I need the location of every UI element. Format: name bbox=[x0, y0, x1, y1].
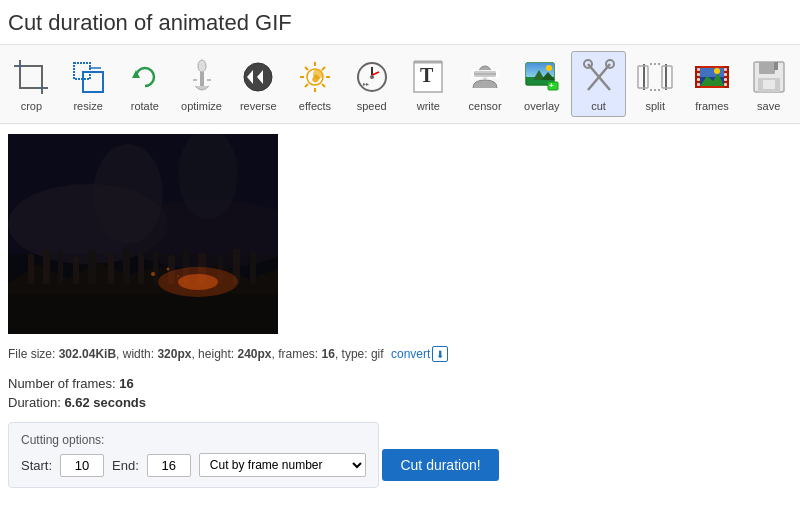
svg-rect-68 bbox=[724, 83, 727, 86]
svg-rect-67 bbox=[724, 78, 727, 81]
svg-point-103 bbox=[151, 272, 155, 276]
write-label: write bbox=[417, 100, 440, 112]
rotate-icon bbox=[124, 56, 166, 98]
frames-label: Number of frames: bbox=[8, 376, 119, 391]
speed-label: speed bbox=[357, 100, 387, 112]
toolbar-item-overlay[interactable]: + overlay bbox=[514, 51, 569, 117]
frames-value: 16 bbox=[119, 376, 133, 391]
file-width: 320px bbox=[157, 347, 191, 361]
svg-point-45 bbox=[546, 65, 552, 71]
toolbar-item-rotate[interactable]: rotate bbox=[117, 51, 172, 117]
file-width-label: , width: bbox=[116, 347, 157, 361]
svg-rect-90 bbox=[123, 248, 130, 284]
end-label: End: bbox=[112, 458, 139, 473]
toolbar-item-cut[interactable]: cut bbox=[571, 51, 626, 117]
svg-point-105 bbox=[177, 275, 179, 277]
toolbar-item-crop[interactable]: crop bbox=[4, 51, 59, 117]
svg-rect-64 bbox=[697, 83, 700, 86]
frames-icon bbox=[691, 56, 733, 98]
toolbar-item-optimize[interactable]: optimize bbox=[174, 51, 229, 117]
cutting-options-panel: Cutting options: Start: End: Cut by fram… bbox=[8, 422, 379, 488]
svg-point-11 bbox=[198, 60, 206, 72]
file-height: 240px bbox=[237, 347, 271, 361]
toolbar: crop resize rotate bbox=[0, 45, 800, 124]
cut-icon bbox=[578, 56, 620, 98]
toolbar-item-reverse[interactable]: reverse bbox=[231, 51, 286, 117]
split-icon bbox=[634, 56, 676, 98]
effects-label: effects bbox=[299, 100, 331, 112]
svg-rect-92 bbox=[153, 251, 158, 284]
page-title: Cut duration of animated GIF bbox=[0, 0, 800, 45]
svg-point-100 bbox=[178, 274, 218, 290]
svg-rect-74 bbox=[759, 62, 775, 74]
main-content: File size: 302.04KiB, width: 320px, heig… bbox=[0, 124, 800, 512]
censor-label: censor bbox=[469, 100, 502, 112]
overlay-icon: + bbox=[521, 56, 563, 98]
toolbar-item-frames[interactable]: frames bbox=[685, 51, 740, 117]
svg-rect-70 bbox=[700, 68, 724, 77]
cutting-row: Start: End: Cut by frame number Cut by t… bbox=[21, 453, 366, 477]
svg-rect-87 bbox=[73, 256, 79, 284]
start-input[interactable] bbox=[60, 454, 104, 477]
svg-rect-84 bbox=[28, 254, 34, 284]
duration-stat: Duration: 6.62 seconds bbox=[8, 395, 792, 410]
gif-canvas bbox=[8, 134, 278, 334]
svg-rect-65 bbox=[724, 68, 727, 71]
reverse-label: reverse bbox=[240, 100, 277, 112]
svg-rect-88 bbox=[88, 250, 96, 284]
reverse-icon bbox=[237, 56, 279, 98]
write-icon: T bbox=[407, 56, 449, 98]
optimize-icon bbox=[181, 56, 223, 98]
rotate-label: rotate bbox=[131, 100, 159, 112]
toolbar-item-speed[interactable]: ▸▸ speed bbox=[344, 51, 399, 117]
svg-rect-89 bbox=[108, 253, 114, 284]
duration-value: 6.62 seconds bbox=[64, 395, 146, 410]
svg-point-29 bbox=[370, 75, 374, 79]
svg-rect-5 bbox=[19, 65, 21, 67]
resize-label: resize bbox=[73, 100, 102, 112]
file-frames-label: , frames: bbox=[272, 347, 322, 361]
resize-icon bbox=[67, 56, 109, 98]
toolbar-item-effects[interactable]: effects bbox=[288, 51, 343, 117]
overlay-label: overlay bbox=[524, 100, 559, 112]
file-type-label: , type: bbox=[335, 347, 371, 361]
toolbar-item-resize[interactable]: resize bbox=[61, 51, 116, 117]
convert-icon: ⬇ bbox=[432, 346, 448, 362]
svg-rect-62 bbox=[697, 73, 700, 76]
svg-rect-66 bbox=[724, 73, 727, 76]
cutting-section-label: Cutting options: bbox=[21, 433, 366, 447]
frames-label: frames bbox=[695, 100, 729, 112]
crop-icon bbox=[10, 56, 52, 98]
toolbar-item-split[interactable]: split bbox=[628, 51, 683, 117]
svg-line-31 bbox=[372, 72, 379, 75]
gif-preview bbox=[8, 134, 278, 334]
svg-rect-0 bbox=[20, 66, 42, 88]
end-input[interactable] bbox=[147, 454, 191, 477]
optimize-label: optimize bbox=[181, 100, 222, 112]
svg-rect-12 bbox=[200, 72, 204, 86]
svg-rect-91 bbox=[138, 254, 144, 284]
start-label: Start: bbox=[21, 458, 52, 473]
file-size: 302.04KiB bbox=[59, 347, 116, 361]
file-type: gif bbox=[371, 347, 384, 361]
cut-duration-button[interactable]: Cut duration! bbox=[382, 449, 498, 481]
file-frames: 16 bbox=[322, 347, 335, 361]
toolbar-item-write[interactable]: T write bbox=[401, 51, 456, 117]
effects-icon bbox=[294, 56, 336, 98]
svg-rect-98 bbox=[250, 252, 256, 284]
svg-rect-6 bbox=[41, 87, 43, 89]
speed-icon: ▸▸ bbox=[351, 56, 393, 98]
svg-line-26 bbox=[305, 84, 308, 87]
censor-icon bbox=[464, 56, 506, 98]
svg-rect-86 bbox=[58, 252, 63, 284]
toolbar-item-censor[interactable]: censor bbox=[458, 51, 513, 117]
toolbar-item-save[interactable]: save bbox=[741, 51, 796, 117]
svg-rect-77 bbox=[763, 80, 775, 89]
save-label: save bbox=[757, 100, 780, 112]
duration-label: Duration: bbox=[8, 395, 64, 410]
svg-text:▸▸: ▸▸ bbox=[363, 81, 369, 87]
svg-point-101 bbox=[93, 144, 163, 244]
convert-link[interactable]: convert ⬇ bbox=[391, 346, 448, 362]
cut-method-select[interactable]: Cut by frame number Cut by time (seconds… bbox=[199, 453, 366, 477]
convert-text: convert bbox=[391, 347, 430, 361]
